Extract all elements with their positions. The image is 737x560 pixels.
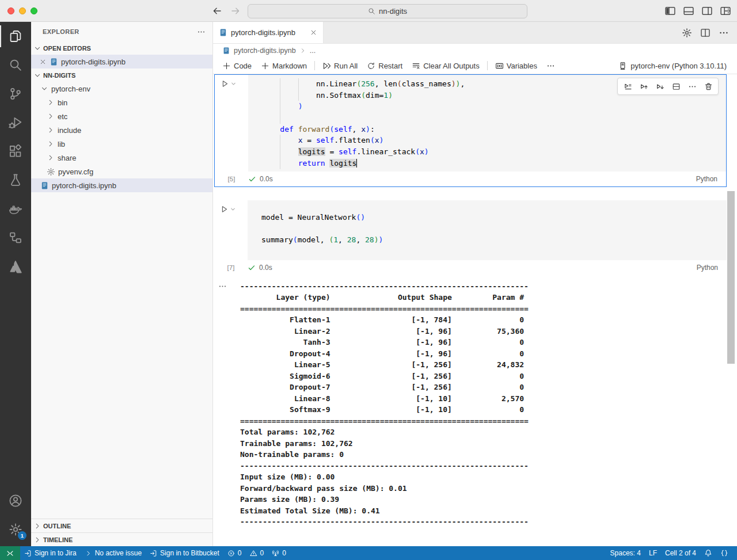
cell-code-editor[interactable]: model = NeuralNetwork()summary(model, (1… [248, 200, 727, 260]
command-center-search[interactable]: nn-digits [248, 4, 527, 18]
notifications[interactable] [700, 546, 716, 560]
indent-guide [298, 78, 299, 90]
indent-guide [298, 90, 299, 101]
workspace-header[interactable]: NN-DIGITS [31, 68, 212, 82]
run-by-line-button[interactable] [620, 79, 635, 93]
activity-bar: 1 [0, 22, 31, 546]
breadcrumb-more[interactable]: ... [310, 47, 316, 55]
minimize-window-button[interactable] [19, 7, 26, 14]
ellipsis-icon[interactable] [719, 28, 729, 38]
braces-icon [720, 549, 728, 557]
active-issue[interactable]: No active issue [81, 546, 146, 560]
tree-item-lib[interactable]: lib [31, 137, 212, 151]
cell-language[interactable]: Python [696, 175, 726, 183]
activity-item-settings[interactable]: 1 [0, 515, 31, 544]
activity-item-docker[interactable] [0, 195, 31, 223]
activity-item-search[interactable] [0, 51, 31, 79]
close-icon[interactable] [39, 58, 47, 66]
chevron-right-icon [47, 126, 55, 134]
ports[interactable]: 0 [268, 546, 290, 560]
activity-item-run-and-debug[interactable] [0, 108, 31, 137]
jira-sign-in[interactable]: Sign in to Jira [20, 546, 81, 560]
gear-icon[interactable] [682, 28, 692, 38]
warnings[interactable]: 0 [246, 546, 268, 560]
activity-item-explorer[interactable] [0, 22, 31, 51]
indent-guide [280, 90, 280, 101]
toggle-secondary-sidebar-icon[interactable] [701, 5, 713, 17]
zoom-window-button[interactable] [31, 7, 37, 14]
warnings-label: 0 [260, 549, 264, 557]
execute-above-button[interactable] [636, 79, 651, 93]
remote-indicator[interactable] [0, 546, 20, 560]
close-tab-icon[interactable] [310, 29, 317, 36]
tree-item-pyvenv.cfg[interactable]: pyvenv.cfg [31, 165, 212, 178]
breadcrumb[interactable]: pytorch-digits.ipynb ... [213, 44, 737, 58]
activity-item-testing[interactable] [0, 166, 31, 195]
output-collapse-toggle[interactable] [218, 282, 227, 291]
activity-item-atlassian[interactable] [0, 252, 31, 281]
activity-item-hierarchy[interactable] [0, 223, 31, 252]
output-gutter [214, 281, 240, 528]
bitbucket-sign-in[interactable]: Sign in to Bitbucket [146, 546, 223, 560]
indent-guide [280, 78, 280, 90]
activity-item-source-control[interactable] [0, 79, 31, 108]
more-actions-button[interactable] [685, 79, 700, 93]
breadcrumb-file[interactable]: pytorch-digits.ipynb [234, 47, 296, 55]
tree-item-etc[interactable]: etc [31, 109, 212, 123]
split-editor-icon[interactable] [700, 28, 711, 38]
errors[interactable]: 0 [223, 546, 246, 560]
variables-button[interactable]: Variables [491, 58, 542, 73]
eol[interactable]: LF [645, 546, 661, 560]
tab-pytorch-digits[interactable]: pytorch-digits.ipynb [213, 22, 324, 43]
code-line: model = NeuralNetwork() [261, 212, 727, 223]
execute-below-button[interactable] [652, 79, 667, 93]
editor-scrollbar[interactable] [727, 191, 735, 364]
kernel-picker[interactable]: pytorch-env (Python 3.10.11) [618, 62, 732, 70]
activity-item-accounts[interactable] [0, 486, 31, 515]
chevron-right-icon [33, 536, 41, 544]
indentation[interactable]: Spaces: 4 [606, 546, 645, 560]
toggle-sidebar-icon[interactable] [664, 5, 676, 17]
more-toolbar-actions-button[interactable] [542, 58, 560, 73]
outline-section-header[interactable]: OUTLINE [31, 519, 212, 532]
cell-language[interactable]: Python [697, 264, 727, 272]
chevron-right-icon [33, 522, 41, 530]
run-cell-button[interactable] [220, 205, 236, 214]
clear-all-outputs-button[interactable]: Clear All Outputs [407, 58, 484, 73]
run-cell-button[interactable] [221, 79, 237, 88]
customize-layout-icon[interactable] [720, 5, 731, 17]
add-markdown-button[interactable]: Markdown [256, 58, 311, 73]
more-actions-icon [688, 82, 697, 91]
activity-item-extensions[interactable] [0, 137, 31, 166]
split-cell-button[interactable] [668, 79, 683, 93]
tree-item-pytorch-env[interactable]: pytorch-env [31, 82, 212, 96]
restart-icon [367, 62, 375, 70]
indent-guide [280, 112, 280, 124]
open-editor-item[interactable]: pytorch-digits.ipynb [31, 55, 212, 68]
tree-item-label: pytorch-env [51, 85, 90, 93]
braces[interactable] [716, 546, 732, 560]
delete-cell-button[interactable] [701, 79, 716, 93]
tree-item-bin[interactable]: bin [31, 96, 212, 109]
tree-item-share[interactable]: share [31, 151, 212, 165]
timeline-section-header[interactable]: TIMELINE [31, 532, 212, 546]
jira-sign-in-label: Sign in to Jira [35, 549, 77, 557]
code-line: ) [262, 101, 726, 112]
chevron-right-icon [47, 112, 55, 120]
tree-item-pytorch-digits.ipynb[interactable]: pytorch-digits.ipynb [31, 178, 212, 192]
cell-position[interactable]: Cell 2 of 4 [661, 546, 700, 560]
tree-item-include[interactable]: include [31, 123, 212, 137]
explorer-more-actions-icon[interactable] [197, 28, 206, 36]
accounts-icon [9, 494, 22, 508]
add-code-button[interactable]: Code [218, 58, 256, 73]
run-all-button[interactable]: Run All [318, 58, 362, 73]
indent-guide [280, 158, 280, 169]
settings-badge: 1 [18, 531, 26, 540]
open-editors-header[interactable]: OPEN EDITORS [31, 41, 212, 55]
history-navigation [212, 0, 241, 22]
forward-arrow-icon[interactable] [230, 6, 241, 16]
restart-button[interactable]: Restart [362, 58, 407, 73]
close-window-button[interactable] [7, 7, 14, 14]
back-arrow-icon[interactable] [212, 6, 222, 16]
toggle-panel-icon[interactable] [683, 5, 694, 17]
